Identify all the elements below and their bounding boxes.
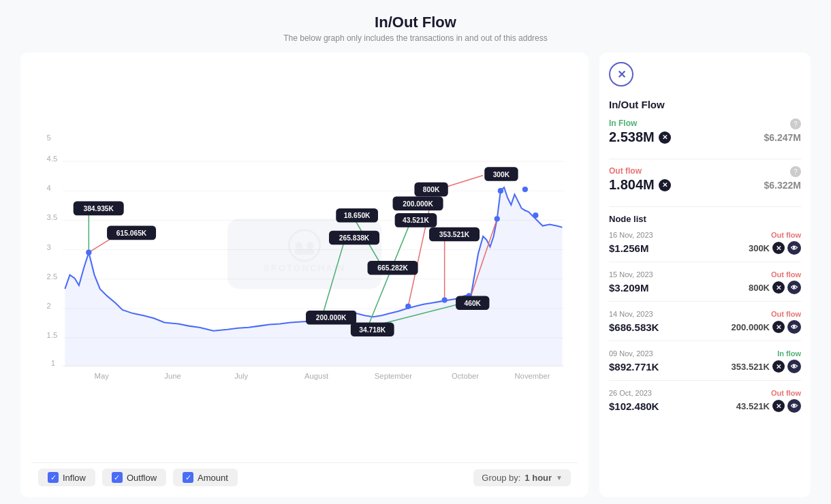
node-amount: $892.771K <box>609 361 659 373</box>
eye-icon[interactable]: 👁 <box>787 360 801 373</box>
svg-text:353.521K: 353.521K <box>439 231 470 238</box>
svg-point-28 <box>307 242 313 249</box>
outflow-question-icon: ? <box>790 166 801 177</box>
node-date: 16 Nov, 2023 <box>609 231 653 239</box>
svg-point-45 <box>442 297 448 302</box>
svg-text:2: 2 <box>47 302 51 310</box>
node-flow-type: Out flow <box>771 389 801 397</box>
eye-icon[interactable]: 👁 <box>787 320 801 334</box>
svg-point-41 <box>86 250 91 255</box>
node-amount: $3.209M <box>609 282 648 294</box>
node-date: 26 Oct, 2023 <box>609 389 652 397</box>
inflow-question-icon: ? <box>790 119 801 129</box>
legend-outflow[interactable]: ✓ Outflow <box>102 469 166 486</box>
inflow-checkbox[interactable]: ✓ <box>48 472 59 483</box>
svg-text:July: July <box>234 372 248 380</box>
svg-text:200.000K: 200.000K <box>403 200 433 208</box>
group-by-selector[interactable]: Group by: 1 hour ▼ <box>473 469 571 486</box>
svg-text:1: 1 <box>51 359 55 367</box>
chart-svg: 1 1.5 2 2.5 3 3.5 4 4.5 5 <box>31 63 578 458</box>
legend-inflow[interactable]: ✓ Inflow <box>38 469 95 486</box>
outflow-section: Out flow ? 1.804M ✕ $6.322M <box>609 166 801 193</box>
node-token: 43.521K ✕ 👁 <box>736 399 801 413</box>
node-item: 09 Nov, 2023 In flow $892.771K 353.521K … <box>609 349 801 381</box>
token-x-badge: ✕ <box>772 400 785 412</box>
legend-amount[interactable]: ✓ Amount <box>173 469 238 486</box>
node-flow-type: In flow <box>777 349 801 358</box>
node-amount: $1.256M <box>609 242 648 254</box>
node-list: 16 Nov, 2023 Out flow $1.256M 300K ✕ 👁 1… <box>609 231 801 428</box>
node-token: 200.000K ✕ 👁 <box>732 320 801 334</box>
outflow-row: 1.804M ✕ $6.322M <box>609 177 801 193</box>
inflow-section: In Flow ? 2.538M ✕ $6.247M <box>609 119 801 145</box>
eye-icon[interactable]: 👁 <box>787 399 801 413</box>
inflow-usd: $6.247M <box>764 132 801 143</box>
svg-text:1.5: 1.5 <box>47 331 58 339</box>
chart-area: 1 1.5 2 2.5 3 3.5 4 4.5 5 <box>20 52 589 497</box>
svg-point-48 <box>498 188 503 193</box>
svg-text:June: June <box>164 372 181 380</box>
svg-text:SPOTONCHAIN: SPOTONCHAIN <box>263 263 345 273</box>
outflow-label: Outflow <box>127 473 157 483</box>
svg-text:265.838K: 265.838K <box>339 234 370 242</box>
group-by-value: 1 hour <box>524 473 552 483</box>
svg-text:August: August <box>304 372 329 380</box>
node-flow-type: Out flow <box>771 270 801 279</box>
svg-text:34.718K: 34.718K <box>359 326 386 334</box>
inflow-row: 2.538M ✕ $6.247M <box>609 129 801 145</box>
token-x-badge: ✕ <box>772 360 785 373</box>
panel-title: In/Out Flow <box>609 99 801 110</box>
outflow-usd: $6.322M <box>764 180 801 191</box>
node-flow-type: Out flow <box>771 231 801 239</box>
dropdown-arrow-icon: ▼ <box>556 474 563 482</box>
svg-text:460K: 460K <box>464 300 481 307</box>
eye-icon[interactable]: 👁 <box>787 281 801 294</box>
svg-text:43.521K: 43.521K <box>403 217 429 224</box>
node-item: 26 Oct, 2023 Out flow $102.480K 43.521K … <box>609 389 801 420</box>
svg-point-44 <box>405 304 411 309</box>
svg-text:18.650K: 18.650K <box>344 212 371 219</box>
svg-text:384.935K: 384.935K <box>83 205 114 212</box>
svg-text:4: 4 <box>47 184 51 192</box>
content-row: 1 1.5 2 2.5 3 3.5 4 4.5 5 <box>20 52 811 497</box>
node-date: 14 Nov, 2023 <box>609 310 653 318</box>
svg-text:200.000K: 200.000K <box>316 314 347 321</box>
node-item: 14 Nov, 2023 Out flow $686.583K 200.000K… <box>609 310 801 341</box>
page-title: In/Out Flow <box>20 14 811 31</box>
chart-container: 1 1.5 2 2.5 3 3.5 4 4.5 5 <box>31 63 578 458</box>
svg-text:300K: 300K <box>493 171 510 178</box>
outflow-checkbox[interactable]: ✓ <box>112 472 123 483</box>
amount-checkbox[interactable]: ✓ <box>183 472 193 483</box>
page-header: In/Out Flow The below graph only include… <box>20 14 811 43</box>
svg-rect-29 <box>295 249 315 255</box>
svg-text:5: 5 <box>47 133 51 142</box>
eye-icon[interactable]: 👁 <box>787 241 801 255</box>
group-by-label: Group by: <box>482 473 520 483</box>
node-flow-type: Out flow <box>771 310 801 318</box>
divider1 <box>609 159 801 159</box>
node-amount: $686.583K <box>609 321 659 333</box>
inflow-x-badge: ✕ <box>659 131 671 144</box>
svg-point-49 <box>522 187 528 192</box>
svg-point-50 <box>533 212 538 218</box>
divider2 <box>609 206 801 207</box>
close-button[interactable]: ✕ <box>609 62 633 86</box>
node-amount: $102.480K <box>609 400 659 412</box>
inflow-label: Inflow <box>63 473 86 483</box>
outflow-x-badge: ✕ <box>659 179 671 191</box>
side-panel: ✕ In/Out Flow In Flow ? 2.538M ✕ $6.247M <box>599 52 811 497</box>
node-list-title: Node list <box>609 214 801 224</box>
node-item: 16 Nov, 2023 Out flow $1.256M 300K ✕ 👁 <box>609 231 801 262</box>
page-wrapper: In/Out Flow The below graph only include… <box>0 0 831 504</box>
svg-text:3.5: 3.5 <box>47 213 58 221</box>
node-date: 09 Nov, 2023 <box>609 349 653 358</box>
svg-text:November: November <box>514 372 550 380</box>
inflow-section-label: In Flow <box>609 119 637 128</box>
svg-point-27 <box>296 242 302 249</box>
node-token: 800K ✕ 👁 <box>749 281 801 294</box>
svg-text:September: September <box>375 372 412 380</box>
svg-text:615.065K: 615.065K <box>116 230 147 237</box>
node-token: 300K ✕ 👁 <box>749 241 801 255</box>
svg-text:May: May <box>95 372 110 380</box>
svg-text:800K: 800K <box>423 186 440 193</box>
